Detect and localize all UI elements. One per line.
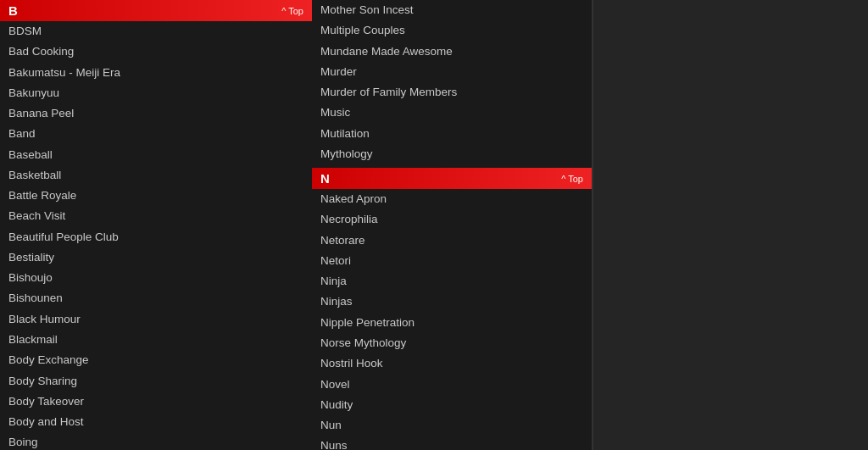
list-item[interactable]: Mythology <box>312 144 592 164</box>
b-items-list: BDSMBad CookingBakumatsu - Meiji EraBaku… <box>0 21 312 450</box>
list-item[interactable]: Multiple Couples <box>312 20 592 41</box>
list-item[interactable]: Nun <box>312 415 592 436</box>
list-item[interactable]: Black Humour <box>0 309 312 330</box>
list-item[interactable]: Body Takeover <box>0 392 312 412</box>
n-letter: N <box>320 171 330 186</box>
list-item[interactable]: Beautiful People Club <box>0 227 312 247</box>
list-item[interactable]: Netorare <box>312 231 592 251</box>
list-item[interactable]: Murder <box>312 62 592 82</box>
b-section-header: B ^ Top <box>0 0 312 21</box>
right-column: Mother Son IncestMultiple CouplesMundane… <box>312 0 592 450</box>
b-letter: B <box>8 3 18 18</box>
list-item[interactable]: Bishounen <box>0 288 312 308</box>
list-item[interactable]: Nudity <box>312 395 592 415</box>
list-item[interactable]: Bakumatsu - Meiji Era <box>0 63 312 83</box>
list-item[interactable]: Blackmail <box>0 330 312 350</box>
list-item[interactable]: Bad Cooking <box>0 42 312 62</box>
top-items-list: Mother Son IncestMultiple CouplesMundane… <box>312 0 592 164</box>
list-item[interactable]: Mutilation <box>312 124 592 144</box>
list-item[interactable]: Boing <box>0 432 312 450</box>
list-item[interactable]: Nipple Penetration <box>312 313 592 333</box>
list-item[interactable]: Mother Son Incest <box>312 0 592 20</box>
list-item[interactable]: Bishoujo <box>0 268 312 288</box>
list-item[interactable]: Music <box>312 103 592 123</box>
list-item[interactable]: Ninjas <box>312 292 592 312</box>
list-item[interactable]: Murder of Family Members <box>312 82 592 103</box>
list-item[interactable]: Beach Visit <box>0 206 312 226</box>
list-item[interactable]: Ninja <box>312 271 592 292</box>
left-column: B ^ Top BDSMBad CookingBakumatsu - Meiji… <box>0 0 312 450</box>
b-top-link[interactable]: ^ Top <box>281 6 303 16</box>
list-item[interactable]: Bestiality <box>0 247 312 268</box>
list-item[interactable]: Norse Mythology <box>312 333 592 353</box>
right-sidebar <box>592 0 868 450</box>
list-item[interactable]: Body and Host <box>0 412 312 432</box>
page-container: B ^ Top BDSMBad CookingBakumatsu - Meiji… <box>0 0 868 450</box>
list-item[interactable]: Nostril Hook <box>312 353 592 374</box>
list-item[interactable]: Naked Apron <box>312 189 592 209</box>
list-item[interactable]: Baseball <box>0 145 312 165</box>
n-top-link[interactable]: ^ Top <box>561 174 583 184</box>
list-item[interactable]: Necrophilia <box>312 209 592 230</box>
list-item[interactable]: BDSM <box>0 21 312 42</box>
list-item[interactable]: Netori <box>312 251 592 271</box>
list-item[interactable]: Nuns <box>312 436 592 450</box>
list-item[interactable]: Band <box>0 124 312 144</box>
n-section-header: N ^ Top <box>312 168 592 189</box>
list-item[interactable]: Basketball <box>0 165 312 186</box>
list-item[interactable]: Body Sharing <box>0 371 312 392</box>
list-item[interactable]: Banana Peel <box>0 103 312 124</box>
list-item[interactable]: Body Exchange <box>0 350 312 370</box>
list-item[interactable]: Battle Royale <box>0 186 312 206</box>
list-item[interactable]: Bakunyuu <box>0 83 312 103</box>
list-item[interactable]: Mundane Made Awesome <box>312 42 592 62</box>
list-item[interactable]: Novel <box>312 375 592 395</box>
n-items-list: Naked ApronNecrophiliaNetorareNetoriNinj… <box>312 189 592 450</box>
